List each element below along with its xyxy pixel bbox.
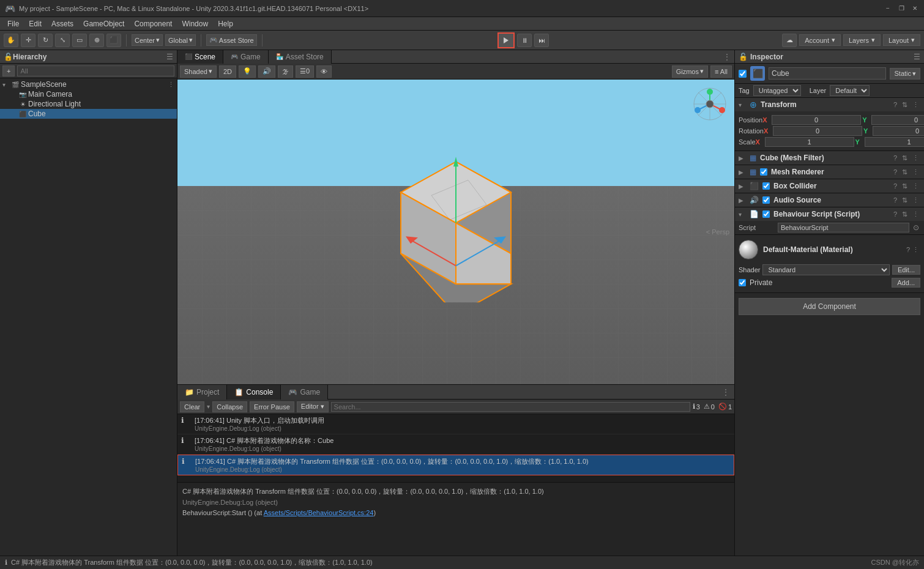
- transform-tool-button[interactable]: ⊕: [89, 34, 104, 47]
- transform-help-icon[interactable]: ?: [892, 101, 898, 109]
- collab-button[interactable]: ☁: [782, 34, 797, 47]
- pause-button[interactable]: ⏸: [517, 34, 532, 47]
- box-collider-header[interactable]: ▶ ⬛ Box Collider ? ⇅ ⋮: [735, 179, 924, 193]
- menu-file[interactable]: File: [2, 17, 24, 31]
- layout-dropdown[interactable]: Layout ▾: [883, 34, 920, 46]
- console-menu-btn[interactable]: ⋮: [717, 388, 734, 396]
- as-menu-icon[interactable]: ⋮: [911, 196, 920, 204]
- menu-gameobject[interactable]: GameObject: [78, 17, 129, 31]
- move-tool-button[interactable]: ✛: [21, 34, 35, 47]
- clear-button[interactable]: Clear: [180, 401, 204, 412]
- step-button[interactable]: ⏭: [534, 34, 549, 47]
- transform-presets-icon[interactable]: ⇅: [901, 101, 909, 109]
- hierarchy-scene-item[interactable]: ▾ 🎬 SampleScene ⋮: [0, 80, 177, 89]
- layer-select[interactable]: Default: [830, 85, 870, 96]
- editor-dropdown[interactable]: Editor ▾: [297, 401, 329, 412]
- play-button[interactable]: [497, 32, 515, 48]
- close-button[interactable]: ✕: [911, 4, 919, 13]
- log-item-0[interactable]: ℹ [17:06:41] Unity 脚本入口，启动加载时调用 UnityEng…: [177, 414, 734, 434]
- mf-menu-icon[interactable]: ⋮: [911, 154, 920, 162]
- tab-game-bottom[interactable]: 🎮 Game: [281, 385, 328, 400]
- script-link[interactable]: Assets/Scripts/BehaviourScript.cs:24: [264, 509, 374, 516]
- menu-component[interactable]: Component: [129, 17, 177, 31]
- console-search-input[interactable]: [331, 402, 690, 412]
- mr-presets-icon[interactable]: ⇅: [901, 168, 909, 176]
- audio-button[interactable]: 🔊: [258, 65, 275, 78]
- collapse-button[interactable]: Collapse: [212, 401, 247, 412]
- menu-edit[interactable]: Edit: [24, 17, 47, 31]
- search-all-button[interactable]: ≡ All: [710, 65, 732, 78]
- hierarchy-menu-icon[interactable]: ☰: [166, 53, 173, 61]
- hierarchy-search-input[interactable]: [17, 65, 174, 76]
- edit-shader-button[interactable]: Edit...: [892, 265, 920, 275]
- position-y-input[interactable]: [871, 115, 924, 125]
- maximize-button[interactable]: ❐: [897, 4, 906, 13]
- scene-vis-button[interactable]: 👁: [316, 65, 332, 78]
- tab-project[interactable]: 📁 Project: [177, 385, 227, 400]
- menu-assets[interactable]: Assets: [47, 17, 78, 31]
- bc-enable-checkbox[interactable]: [762, 182, 770, 190]
- 2d-button[interactable]: 2D: [219, 65, 236, 78]
- error-pause-button[interactable]: Error Pause: [250, 401, 294, 412]
- transform-header[interactable]: ▾ ⊕ Transform ? ⇅ ⋮: [735, 98, 924, 111]
- rect-tool-button[interactable]: ▭: [72, 34, 87, 47]
- obj-name-input[interactable]: [769, 67, 886, 80]
- add-material-button[interactable]: Add...: [892, 278, 920, 288]
- account-dropdown[interactable]: Account ▾: [799, 34, 841, 46]
- tab-game[interactable]: 🎮 Game: [223, 50, 269, 64]
- tab-asset-store[interactable]: 🏪 Asset Store: [269, 50, 332, 64]
- mesh-renderer-header[interactable]: ▶ ▦ Mesh Renderer ? ⇅ ⋮: [735, 165, 924, 179]
- scale-tool-button[interactable]: ⤡: [55, 34, 70, 47]
- scale-x-input[interactable]: [765, 137, 854, 147]
- center-dropdown[interactable]: Center ▾: [132, 34, 163, 46]
- mr-enable-checkbox[interactable]: [760, 168, 767, 176]
- layers-dropdown[interactable]: Layers ▾: [843, 34, 881, 46]
- tab-scene[interactable]: ⬛ Scene: [177, 50, 223, 64]
- scene-menu-icon[interactable]: ⋮: [168, 81, 174, 89]
- static-button[interactable]: Static ▾: [890, 68, 920, 80]
- as-help-icon[interactable]: ?: [892, 196, 898, 204]
- shader-select[interactable]: Standard: [762, 264, 889, 275]
- hierarchy-light-item[interactable]: ☀ Directional Light: [0, 99, 177, 109]
- menu-help[interactable]: Help: [213, 17, 238, 31]
- rotate-tool-button[interactable]: ↻: [38, 34, 53, 47]
- audio-source-header[interactable]: ▶ 🔊 Audio Source ? ⇅ ⋮: [735, 193, 924, 207]
- as-enable-checkbox[interactable]: [762, 196, 770, 204]
- bs-presets-icon[interactable]: ⇅: [901, 210, 909, 218]
- rotation-x-input[interactable]: [773, 126, 862, 136]
- mesh-filter-header[interactable]: ▶ ▦ Cube (Mesh Filter) ? ⇅ ⋮: [735, 151, 924, 165]
- position-x-input[interactable]: [772, 115, 861, 125]
- bs-menu-icon[interactable]: ⋮: [911, 210, 920, 218]
- custom-tool-button[interactable]: ⬛: [106, 34, 121, 47]
- gizmos-dropdown[interactable]: Gizmos ▾: [672, 65, 708, 78]
- transform-menu-icon[interactable]: ⋮: [911, 101, 920, 109]
- bs-help-icon[interactable]: ?: [892, 210, 898, 218]
- inspector-menu-icon[interactable]: ☰: [914, 53, 920, 61]
- tab-console[interactable]: 📋 Console: [227, 385, 281, 400]
- log-item-1[interactable]: ℹ [17:06:41] C# 脚本附着游戏物体的名称：Cube UnityEn…: [177, 434, 734, 455]
- hierarchy-camera-item[interactable]: 📷 Main Camera: [0, 89, 177, 99]
- mat-menu-icon[interactable]: ⋮: [911, 246, 920, 254]
- add-component-button[interactable]: Add Component: [739, 298, 920, 315]
- as-presets-icon[interactable]: ⇅: [901, 196, 909, 204]
- bs-header[interactable]: ▾ 📄 Behaviour Script (Script) ? ⇅ ⋮: [735, 207, 924, 221]
- viewport[interactable]: < Persp: [177, 80, 734, 384]
- bc-menu-icon[interactable]: ⋮: [911, 182, 920, 190]
- private-checkbox[interactable]: [739, 279, 746, 286]
- scene-menu-btn[interactable]: ⋮: [720, 53, 734, 61]
- menu-window[interactable]: Window: [177, 17, 213, 31]
- mr-menu-icon[interactable]: ⋮: [911, 168, 920, 176]
- mat-help-icon[interactable]: ?: [905, 246, 911, 253]
- script-input[interactable]: [778, 223, 909, 232]
- obj-enable-checkbox[interactable]: [739, 70, 747, 78]
- minimize-button[interactable]: −: [884, 4, 892, 13]
- tag-select[interactable]: Untagged: [753, 85, 801, 96]
- mf-help-icon[interactable]: ?: [892, 154, 898, 162]
- mf-presets-icon[interactable]: ⇅: [901, 154, 909, 162]
- scale-y-input[interactable]: [865, 137, 924, 147]
- hidden-layers-button[interactable]: ☰0: [296, 65, 314, 78]
- effects-button[interactable]: 🌫: [278, 65, 293, 78]
- log-item-2[interactable]: ℹ [17:06:41] C# 脚本附着游戏物体的 Transform 组件数据…: [177, 455, 734, 475]
- mr-help-icon[interactable]: ?: [892, 168, 898, 176]
- bc-presets-icon[interactable]: ⇅: [901, 182, 909, 190]
